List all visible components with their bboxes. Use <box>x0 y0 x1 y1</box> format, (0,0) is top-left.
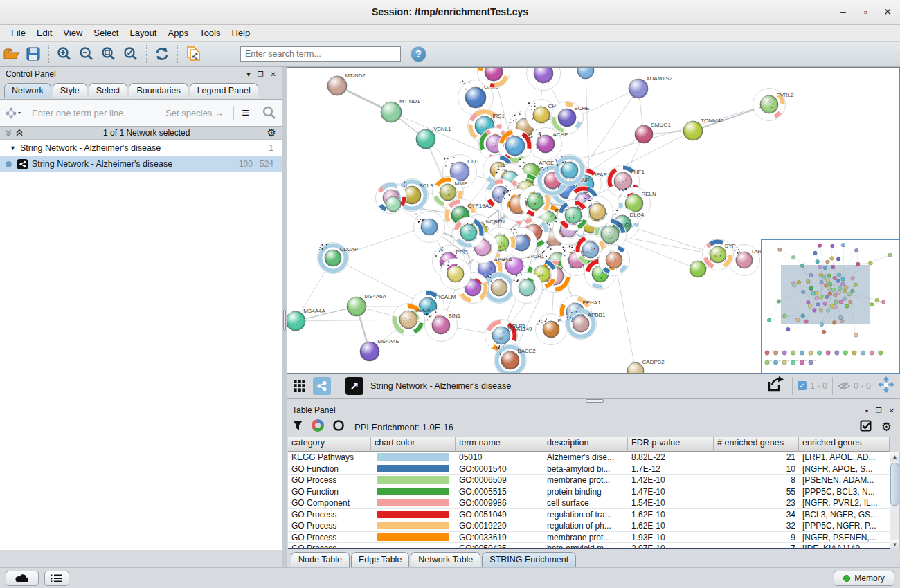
tab-network-table[interactable]: Network Table <box>411 552 480 567</box>
string-search-button[interactable] <box>257 106 282 120</box>
species-hint[interactable]: Set species → <box>165 108 224 118</box>
refresh-button[interactable] <box>151 44 173 64</box>
navigator-toggle-button[interactable] <box>878 376 894 396</box>
panel-menu-icon[interactable]: ▾ <box>247 71 251 78</box>
table-row[interactable]: GO ProcessGO:0051049regulation of tra...… <box>288 509 890 521</box>
network-node[interactable] <box>485 228 516 259</box>
memory-button[interactable]: Memory <box>834 571 894 586</box>
network-node[interactable] <box>440 259 471 290</box>
menu-view[interactable]: View <box>57 26 88 39</box>
menu-layout[interactable]: Layout <box>124 26 162 39</box>
network-node-ms4a4e[interactable]: MS4A4E <box>360 338 399 361</box>
table-row[interactable]: GO ProcessGO:0050435beta-amyloid m...2.0… <box>288 543 890 549</box>
export-network-button[interactable] <box>766 376 784 396</box>
open-session-button[interactable] <box>0 44 22 64</box>
tab-style[interactable]: Style <box>53 83 87 98</box>
menu-apps[interactable]: Apps <box>163 26 195 39</box>
cloud-tasks-button[interactable] <box>6 571 39 586</box>
tree-expander-icon[interactable]: ▼ <box>10 145 16 151</box>
network-node[interactable] <box>512 273 543 304</box>
string-query-input[interactable]: Enter one term per line. Set species → <box>26 108 233 118</box>
table-row[interactable]: GO ProcessGO:0006509membrane prot...1.42… <box>288 475 890 486</box>
column-header[interactable]: term name <box>456 437 543 452</box>
tab-string-enrichment[interactable]: STRING Enrichment <box>482 552 576 567</box>
panel-menu-icon[interactable]: ▾ <box>865 407 869 414</box>
tab-boundaries[interactable]: Boundaries <box>129 83 188 98</box>
tab-node-table[interactable]: Node Table <box>291 552 350 567</box>
network-node[interactable] <box>527 68 561 91</box>
task-history-button[interactable] <box>44 571 69 586</box>
menu-file[interactable]: File <box>6 26 31 39</box>
network-node[interactable] <box>558 200 589 231</box>
column-header[interactable]: chart color <box>371 437 456 452</box>
network-node-ms4a4a[interactable]: MS4A4A <box>287 308 325 331</box>
network-node-cd2ap[interactable]: CD2AP <box>318 243 359 274</box>
help-button[interactable]: ? <box>411 46 426 62</box>
maximize-button[interactable]: ▫ <box>858 6 872 17</box>
filter-button[interactable] <box>292 420 303 434</box>
scrollbar-thumb[interactable] <box>890 463 899 506</box>
string-options-button[interactable]: ≡ <box>233 106 257 120</box>
network-row-selected[interactable]: String Network - Alzheimer's disease 100… <box>0 156 282 172</box>
network-node[interactable] <box>453 217 485 248</box>
network-collection-row[interactable]: ▼ String Network - Alzheimer's disease 1 <box>0 140 282 156</box>
scroll-down-icon[interactable]: ▼ <box>890 540 899 549</box>
minimize-button[interactable]: – <box>836 6 850 17</box>
table-row[interactable]: KEGG Pathways05010Alzheimer's dise...8.8… <box>288 452 890 463</box>
network-node-vsnl1[interactable]: VSNL1 <box>416 126 451 149</box>
zoom-in-button[interactable] <box>53 44 75 64</box>
search-input[interactable] <box>240 46 401 62</box>
network-canvas[interactable]: MT-ND2MT-ND1VSNL1GAB2IRS1ABCA1CHATBCHEAC… <box>287 67 900 374</box>
menu-select[interactable]: Select <box>88 26 124 39</box>
column-header[interactable]: FDR p-value <box>628 437 714 452</box>
table-row[interactable]: GO FunctionGO:0005515protein binding1.47… <box>288 486 890 498</box>
vertical-splitter-handle[interactable] <box>283 310 286 331</box>
birds-eye-view[interactable] <box>761 239 899 374</box>
panel-float-icon[interactable]: ❐ <box>258 71 264 78</box>
column-header[interactable]: description <box>543 437 628 452</box>
draw-charts-button[interactable] <box>312 419 324 434</box>
menu-tools[interactable]: Tools <box>194 26 226 39</box>
network-share-button[interactable] <box>313 377 331 395</box>
network-node-tomm40[interactable]: TOMM40 <box>683 118 724 140</box>
table-row[interactable]: GO ComponentGO:0009986cell surface1.54E-… <box>288 497 890 509</box>
network-node[interactable] <box>386 196 401 212</box>
grid-view-button[interactable] <box>291 377 309 395</box>
enrichment-settings-gear-icon[interactable]: ⚙ <box>881 420 892 434</box>
scroll-up-icon[interactable]: ▲ <box>890 452 899 461</box>
column-header[interactable]: enriched genes <box>799 437 890 452</box>
save-session-button[interactable] <box>22 44 44 64</box>
minimap-viewport[interactable] <box>781 265 870 324</box>
zoom-fit-button[interactable] <box>98 44 120 64</box>
panel-float-icon[interactable]: ❐ <box>876 407 882 414</box>
tab-edge-table[interactable]: Edge Table <box>351 552 409 567</box>
network-node-cadps2[interactable]: CADPS2 <box>627 359 665 373</box>
network-node-bin1[interactable]: BIN1 <box>425 309 461 342</box>
network-node-adamts2[interactable]: ADAMTS2 <box>629 75 673 98</box>
collapse-all-icon[interactable] <box>4 129 15 137</box>
open-in-string-button[interactable]: ↗ <box>345 377 363 395</box>
table-vertical-scrollbar[interactable]: ▲ ▼ <box>890 452 900 549</box>
string-source-selector[interactable] <box>0 100 26 126</box>
column-header[interactable]: category <box>288 437 371 452</box>
reset-charts-button[interactable] <box>332 419 345 434</box>
panel-close-icon[interactable]: ✕ <box>889 407 894 414</box>
tab-network[interactable]: Network <box>4 83 51 98</box>
panel-close-icon[interactable]: ✕ <box>271 71 276 78</box>
network-node[interactable] <box>414 212 445 243</box>
column-header[interactable]: # enriched genes <box>714 437 799 452</box>
select-all-button[interactable] <box>860 420 872 434</box>
expand-all-icon[interactable] <box>15 129 26 137</box>
menu-help[interactable]: Help <box>226 26 256 39</box>
network-options-gear-icon[interactable]: ⚙ <box>267 127 276 139</box>
horizontal-splitter-handle[interactable] <box>586 399 604 403</box>
network-node-pvrl2[interactable]: PVRL2 <box>753 89 795 121</box>
clone-network-button[interactable] <box>182 44 204 64</box>
zoom-selected-button[interactable] <box>120 44 142 64</box>
network-node-ache[interactable]: ACHE <box>530 128 568 160</box>
enrichment-table[interactable]: categorychart colorterm namedescriptionF… <box>288 437 890 549</box>
table-row[interactable]: GO FunctionGO:0001540beta-amyloid bi...1… <box>288 463 890 475</box>
table-row[interactable]: GO ProcessGO:0033619membrane prot...1.93… <box>288 532 890 544</box>
table-row[interactable]: GO ProcessGO:0019220regulation of ph...1… <box>288 520 890 532</box>
network-node-mt-nd2[interactable]: MT-ND2 <box>327 73 366 95</box>
